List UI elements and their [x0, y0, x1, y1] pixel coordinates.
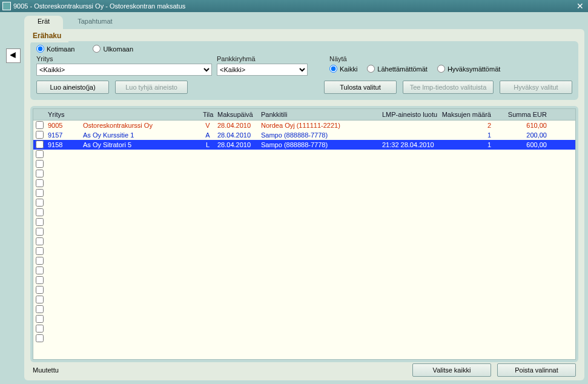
- cell-maksujen: 2: [439, 122, 494, 129]
- cell-pankkitili: Nordea Oyj (111111-2221): [259, 122, 380, 129]
- table-row[interactable]: [33, 159, 575, 169]
- table-row[interactable]: [33, 305, 575, 314]
- table-row[interactable]: [33, 295, 575, 305]
- nayta-radio-group: Kaikki Lähettämättömät Hyväksymättömät: [329, 65, 572, 73]
- luo-tyhja-button[interactable]: Luo tyhjä aineisto: [115, 81, 188, 94]
- radio-ulkomaan[interactable]: Ulkomaan: [93, 45, 133, 53]
- cell-maksupaiva: 28.04.2010: [215, 141, 259, 148]
- filter-row: Yritys <Kaikki> Pankkiryhmä <Kaikki>: [36, 55, 572, 76]
- col-maksupaiva[interactable]: Maksupäivä: [215, 111, 259, 118]
- cell-lmp: 21:32 28.04.2010: [380, 141, 439, 148]
- radio-nayta-kaikki[interactable]: Kaikki: [329, 65, 357, 73]
- row-checkbox[interactable]: [36, 325, 44, 333]
- row-checkbox[interactable]: [36, 170, 44, 177]
- table-row[interactable]: [33, 198, 575, 208]
- row-checkbox[interactable]: [36, 257, 44, 265]
- col-lmp[interactable]: LMP-aineisto luotu: [380, 111, 439, 118]
- col-yritys[interactable]: Yritys: [45, 111, 81, 118]
- row-checkbox[interactable]: [36, 189, 44, 197]
- row-checkbox[interactable]: [36, 334, 44, 342]
- grid-header: Yritys Tila Maksupäivä Pankkitili LMP-ai…: [33, 108, 576, 121]
- cell-maksujen: 1: [439, 131, 494, 139]
- grid-body[interactable]: 9005Ostoreskontrakurssi OyV28.04.2010Nor…: [33, 121, 576, 360]
- grid: Yritys Tila Maksupäivä Pankkitili LMP-ai…: [30, 106, 578, 362]
- titlebar: 9005 - Ostoreskontrakurssi Oy - Ostoresk…: [0, 0, 588, 12]
- tabs: Erät Tapahtumat: [24, 16, 584, 29]
- radio-nayta-hyvaksy[interactable]: Hyväksymättömät: [437, 65, 500, 73]
- table-row[interactable]: [33, 227, 575, 237]
- table-row[interactable]: [33, 276, 575, 285]
- cell-tila: A: [200, 131, 215, 139]
- table-row[interactable]: [33, 266, 575, 276]
- cell-name: As Oy Kurssitie 1: [81, 131, 200, 139]
- row-checkbox[interactable]: [36, 305, 44, 313]
- poista-valinnat-button[interactable]: Poista valinnat: [497, 363, 576, 377]
- row-checkbox[interactable]: [36, 131, 44, 139]
- table-row[interactable]: [33, 179, 575, 188]
- table-row[interactable]: 9005Ostoreskontrakurssi OyV28.04.2010Nor…: [33, 121, 575, 130]
- table-row[interactable]: [33, 247, 575, 256]
- tee-lmp-button[interactable]: Tee lmp-tiedosto valituista: [403, 81, 494, 94]
- row-checkbox[interactable]: [36, 121, 44, 129]
- radio-nayta-laheta[interactable]: Lähettämättömät: [367, 65, 428, 73]
- table-row[interactable]: [33, 237, 575, 247]
- row-checkbox[interactable]: [36, 237, 44, 245]
- col-pankkitili[interactable]: Pankkitili: [259, 111, 380, 118]
- radio-kotimaan[interactable]: Kotimaan: [36, 45, 74, 53]
- table-row[interactable]: 9157As Oy Kurssitie 1A28.04.2010Sampo (8…: [33, 130, 575, 140]
- cell-summa: 600,00: [494, 141, 549, 148]
- table-row[interactable]: [33, 285, 575, 295]
- client-area: ⯇ Erät Tapahtumat Erähaku Kotimaan: [0, 12, 588, 384]
- row-checkbox[interactable]: [36, 141, 44, 148]
- radio-kotimaan-input[interactable]: [36, 45, 44, 53]
- row-checkbox[interactable]: [36, 150, 44, 158]
- pankkiryhma-label: Pankkiryhmä: [217, 55, 308, 62]
- close-icon[interactable]: ✕: [575, 1, 586, 11]
- table-row[interactable]: [33, 334, 575, 343]
- table-row[interactable]: [33, 208, 575, 217]
- cell-pankkitili: Sampo (888888-7778): [259, 141, 380, 148]
- row-checkbox[interactable]: [36, 160, 44, 168]
- hyvaksy-button[interactable]: Hyväksy valitut: [500, 81, 572, 94]
- table-row[interactable]: [33, 256, 575, 266]
- col-summa[interactable]: Summa EUR: [494, 111, 549, 118]
- row-checkbox[interactable]: [36, 276, 44, 284]
- row-checkbox[interactable]: [36, 208, 44, 216]
- row-checkbox[interactable]: [36, 286, 44, 294]
- table-row[interactable]: [33, 150, 575, 159]
- yritys-select[interactable]: <Kaikki>: [36, 64, 212, 76]
- cell-name: Ostoreskontrakurssi Oy: [81, 122, 200, 129]
- tab-erat[interactable]: Erät: [24, 16, 63, 29]
- radio-ulkomaan-input[interactable]: [93, 45, 101, 53]
- cell-tila: V: [200, 122, 215, 129]
- app-icon: [2, 2, 11, 10]
- luo-aineisto-button[interactable]: Luo aineisto(ja): [36, 81, 109, 94]
- search-title: Erähaku: [30, 30, 68, 42]
- row-checkbox[interactable]: [36, 199, 44, 207]
- table-row[interactable]: [33, 169, 575, 179]
- window-title: 9005 - Ostoreskontrakurssi Oy - Ostoresk…: [13, 2, 185, 10]
- col-tila[interactable]: Tila: [200, 111, 215, 118]
- row-checkbox[interactable]: [36, 247, 44, 255]
- cell-maksupaiva: 28.04.2010: [215, 122, 259, 129]
- back-icon[interactable]: ⯇: [6, 48, 21, 63]
- row-checkbox[interactable]: [36, 179, 44, 187]
- row-checkbox[interactable]: [36, 218, 44, 226]
- table-row[interactable]: [33, 188, 575, 198]
- tab-tapahtumat[interactable]: Tapahtumat: [64, 16, 125, 29]
- tulosta-button[interactable]: Tulosta valitut: [324, 81, 397, 94]
- row-checkbox[interactable]: [36, 266, 44, 274]
- table-row[interactable]: [33, 324, 575, 334]
- table-row[interactable]: [33, 217, 575, 227]
- table-row[interactable]: 9158As Oy Sitratori 5L28.04.2010Sampo (8…: [33, 140, 575, 150]
- valitse-kaikki-button[interactable]: Valitse kaikki: [412, 363, 491, 377]
- row-checkbox[interactable]: [36, 315, 44, 323]
- bottom-bar: Muutettu Valitse kaikki Poista valinnat: [30, 363, 578, 377]
- status-muutettu: Muutettu: [33, 366, 59, 374]
- row-checkbox[interactable]: [36, 228, 44, 236]
- action-button-row: Luo aineisto(ja) Luo tyhjä aineisto Tulo…: [36, 81, 572, 94]
- row-checkbox[interactable]: [36, 296, 44, 303]
- table-row[interactable]: [33, 314, 575, 324]
- col-maksujen[interactable]: Maksujen määrä: [439, 111, 494, 118]
- pankkiryhma-select[interactable]: <Kaikki>: [217, 64, 308, 76]
